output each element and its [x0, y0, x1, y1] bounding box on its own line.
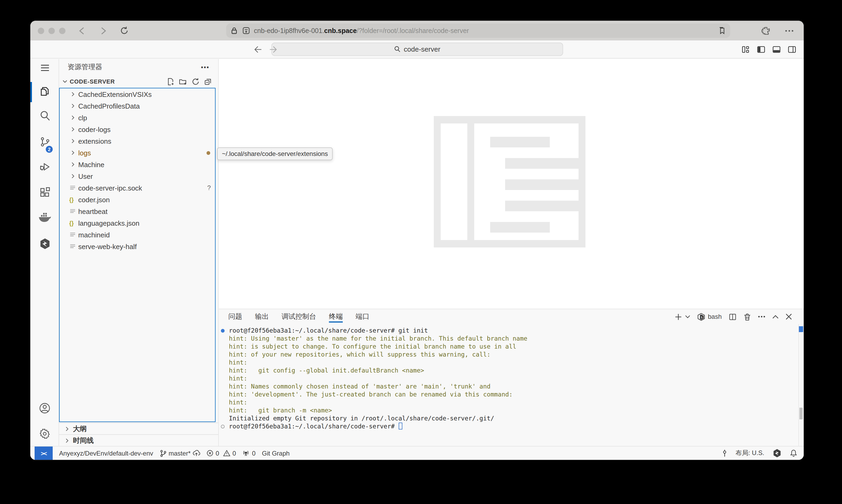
remote-indicator[interactable]: ><: [35, 446, 53, 460]
tree-item[interactable]: logs: [60, 147, 215, 159]
terminal-line: hint:: [219, 399, 799, 407]
terminal-scroll-mark: [799, 326, 803, 332]
tree-item[interactable]: {}languagepacks.json: [60, 217, 215, 229]
panel-tab[interactable]: 输出: [255, 309, 269, 324]
tree-item[interactable]: coder-logs: [60, 124, 215, 135]
history-back-icon[interactable]: [254, 46, 262, 53]
tune-icon[interactable]: [722, 449, 727, 457]
tree-item[interactable]: User: [60, 170, 215, 182]
empty-editor-watermark: [434, 116, 586, 248]
ports-status-item[interactable]: 0: [243, 449, 255, 457]
toggle-primary-sidebar-icon[interactable]: [757, 45, 765, 54]
section-label: 时间线: [73, 436, 94, 445]
keyboard-layout-item[interactable]: 布局: U.S.: [736, 449, 764, 458]
tree-item-label: CachedProfilesData: [78, 102, 140, 110]
file-icon: [69, 184, 78, 192]
panel-more-icon[interactable]: [758, 316, 765, 318]
git-graph-item[interactable]: Git Graph: [262, 449, 289, 457]
tree-item[interactable]: {}coder.json: [60, 194, 215, 205]
tree-item[interactable]: clp: [60, 112, 215, 124]
file-icon: [69, 208, 78, 215]
sidebar-section-outline[interactable]: 大纲: [59, 422, 218, 434]
hexagon-extension-icon[interactable]: [30, 238, 59, 250]
collapse-all-icon[interactable]: [204, 77, 212, 86]
sidebar-section-timeline[interactable]: 时间线: [59, 434, 218, 446]
zoom-window-button[interactable]: [59, 28, 66, 34]
maximize-panel-icon[interactable]: [772, 314, 779, 319]
terminal-text: hint: of your new repositories, which wi…: [229, 351, 490, 358]
kill-terminal-icon[interactable]: [744, 313, 751, 321]
terminal-tab-bash[interactable]: $ bash: [697, 313, 722, 321]
docker-icon[interactable]: [30, 212, 59, 222]
new-folder-icon[interactable]: [179, 77, 187, 86]
command-pending-marker: [221, 425, 225, 428]
tree-item-label: CachedExtensionVSIXs: [78, 90, 152, 98]
browser-reload-icon[interactable]: [120, 26, 129, 35]
search-value: code-server: [404, 45, 440, 53]
vscode-titlebar: code-server: [30, 40, 804, 58]
search-view-icon[interactable]: [30, 110, 59, 121]
close-window-button[interactable]: [38, 28, 44, 34]
tree-item[interactable]: serve-web-key-half: [60, 240, 215, 252]
editor-area[interactable]: [219, 59, 804, 309]
file-icon: [69, 231, 78, 238]
extensions-puzzle-icon[interactable]: [761, 26, 771, 35]
menu-icon[interactable]: [30, 65, 59, 71]
new-file-icon[interactable]: [166, 77, 175, 86]
views-more-icon[interactable]: ⋯: [201, 62, 210, 72]
split-terminal-icon[interactable]: [729, 313, 737, 321]
workspace-status-item[interactable]: Anyexyz/DevEnv/default-dev-env: [59, 449, 153, 457]
editor-and-panel: 问题输出调试控制台终端端口 $: [219, 59, 804, 446]
explorer-icon[interactable]: [30, 86, 59, 97]
tree-item-label: serve-web-key-half: [78, 242, 137, 250]
new-terminal-icon[interactable]: [675, 313, 682, 320]
toggle-panel-icon[interactable]: [772, 45, 781, 54]
refresh-icon[interactable]: [192, 77, 200, 86]
tree-item-label: languagepacks.json: [78, 219, 140, 227]
explorer-section-header[interactable]: CODE-SERVER: [59, 75, 218, 88]
accounts-icon[interactable]: [30, 402, 59, 414]
browser-toolbar: cnb-edo-1ip8fhv6e-001.cnb.space/?folder=…: [30, 21, 804, 40]
run-debug-icon[interactable]: [30, 161, 59, 173]
history-forward-icon[interactable]: [269, 46, 277, 53]
terminal-line: hint: 'development'. The just-created br…: [219, 391, 799, 399]
panel-tab[interactable]: 终端: [329, 309, 343, 324]
panel-tab[interactable]: 调试控制台: [282, 309, 316, 324]
source-control-icon[interactable]: [30, 136, 59, 147]
scm-badge: 2: [46, 146, 53, 153]
terminal-profile-dropdown-icon[interactable]: [685, 314, 690, 319]
terminal-scrollbar-thumb[interactable]: [800, 408, 803, 419]
chevron-right-icon: [69, 161, 78, 168]
tree-item[interactable]: CachedExtensionVSIXs: [60, 88, 215, 100]
customize-layout-icon[interactable]: [741, 45, 750, 54]
bookmark-icon[interactable]: [718, 26, 726, 35]
git-branch-item[interactable]: master*: [160, 449, 200, 457]
minimize-window-button[interactable]: [49, 28, 55, 34]
tree-item[interactable]: Machine: [60, 159, 215, 170]
notifications-bell-icon[interactable]: [790, 449, 797, 457]
close-panel-icon[interactable]: [786, 313, 792, 320]
tree-item[interactable]: heartbeat: [60, 205, 215, 217]
tree-item[interactable]: machineid: [60, 229, 215, 240]
browser-forward-icon[interactable]: [98, 26, 108, 35]
tree-item[interactable]: CachedProfilesData: [60, 100, 215, 112]
browser-more-icon[interactable]: [785, 29, 794, 32]
terminal-line: hint: Using 'master' as the name for the…: [219, 335, 799, 343]
browser-back-icon[interactable]: [77, 26, 87, 35]
tree-item[interactable]: extensions: [60, 135, 215, 147]
terminal-output[interactable]: root@f20f56eba3a1:~/.local/share/code-se…: [219, 324, 799, 446]
panel-tab[interactable]: 问题: [228, 309, 242, 324]
hexagon-status-icon[interactable]: [773, 449, 781, 458]
extensions-view-icon[interactable]: [30, 187, 59, 198]
command-center-search[interactable]: code-server: [271, 42, 563, 56]
browser-window: cnb-edo-1ip8fhv6e-001.cnb.space/?folder=…: [30, 21, 804, 460]
page-settings-icon[interactable]: [242, 26, 250, 35]
settings-gear-icon[interactable]: [30, 428, 59, 439]
terminal-scrollbar-track: [799, 324, 799, 446]
address-bar[interactable]: cnb-edo-1ip8fhv6e-001.cnb.space/?folder=…: [226, 23, 730, 38]
panel-tab[interactable]: 端口: [356, 309, 370, 324]
tree-item[interactable]: code-server-ipc.sock?: [60, 182, 215, 194]
toggle-secondary-sidebar-icon[interactable]: [788, 45, 796, 54]
terminal-text: hint: git branch -m <name>: [229, 407, 332, 414]
problems-status-item[interactable]: 0 0: [207, 449, 236, 457]
